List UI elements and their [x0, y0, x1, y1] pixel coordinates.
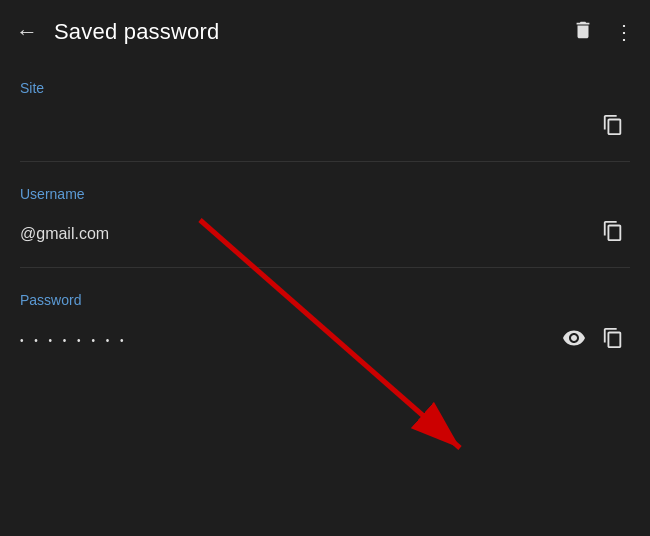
- header: ← Saved password ⋮: [0, 0, 650, 64]
- site-label: Site: [20, 80, 630, 96]
- eye-icon: [562, 326, 586, 350]
- copy-icon: [602, 114, 624, 136]
- site-copy-button[interactable]: [596, 108, 630, 147]
- username-value-row: @gmail.com: [20, 208, 630, 268]
- trash-icon: [572, 19, 594, 41]
- password-copy-button[interactable]: [596, 321, 630, 360]
- more-button[interactable]: ⋮: [614, 20, 634, 44]
- header-actions: ⋮: [572, 19, 634, 46]
- username-label: Username: [20, 186, 630, 202]
- delete-button[interactable]: [572, 19, 594, 46]
- password-label: Password: [20, 292, 630, 308]
- username-section: Username @gmail.com: [0, 170, 650, 276]
- password-section: Password • • • • • • • •: [0, 276, 650, 383]
- show-password-button[interactable]: [556, 320, 592, 361]
- site-value-row: [20, 102, 630, 162]
- password-dots: • • • • • • • •: [20, 335, 127, 346]
- back-button[interactable]: ←: [16, 21, 38, 43]
- username-value: @gmail.com: [20, 225, 596, 243]
- copy-icon: [602, 220, 624, 242]
- copy-icon: [602, 327, 624, 349]
- password-actions: [556, 320, 630, 361]
- page-title: Saved password: [54, 19, 572, 45]
- username-copy-button[interactable]: [596, 214, 630, 253]
- password-value-row: • • • • • • • •: [20, 314, 630, 375]
- site-section: Site: [0, 64, 650, 170]
